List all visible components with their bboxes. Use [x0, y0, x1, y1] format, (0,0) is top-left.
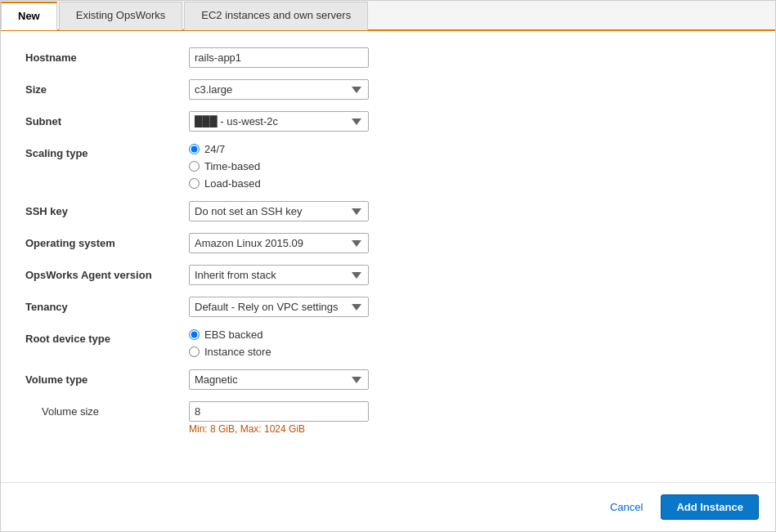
- scaling-loadbased-option[interactable]: Load-based: [189, 177, 751, 190]
- root-device-row: Root device type EBS backed Instance sto…: [25, 329, 751, 358]
- root-instance-radio[interactable]: [189, 346, 200, 357]
- tenancy-label: Tenancy: [25, 297, 189, 313]
- os-label: Operating system: [25, 233, 189, 249]
- size-row: Size c3.large: [25, 79, 751, 100]
- scaling-timebased-label: Time-based: [204, 160, 260, 172]
- ssh-key-label: SSH key: [25, 201, 189, 217]
- ssh-key-control: Do not set an SSH key: [189, 201, 751, 221]
- agent-row: OpsWorks Agent version Inherit from stac…: [25, 265, 751, 285]
- hostname-row: Hostname: [25, 47, 751, 68]
- os-select[interactable]: Amazon Linux 2015.09: [189, 233, 369, 253]
- volume-size-info: Min: 8 GiB, Max: 1024 GiB: [189, 423, 751, 435]
- cancel-button[interactable]: Cancel: [600, 496, 653, 518]
- tab-ec2-instances[interactable]: EC2 instances and own servers: [184, 2, 368, 30]
- dialog-container: New Existing OpsWorks EC2 instances and …: [0, 0, 776, 532]
- scaling-timebased-radio[interactable]: [189, 161, 200, 172]
- agent-label: OpsWorks Agent version: [25, 265, 189, 281]
- scaling-type-control: 24/7 Time-based Load-based: [189, 143, 751, 190]
- root-ebs-option[interactable]: EBS backed: [189, 329, 751, 341]
- os-control: Amazon Linux 2015.09: [189, 233, 751, 253]
- hostname-label: Hostname: [25, 47, 189, 64]
- scaling-type-label: Scaling type: [25, 143, 189, 159]
- volume-size-row: Volume size Min: 8 GiB, Max: 1024 GiB: [25, 401, 751, 435]
- scaling-247-option[interactable]: 24/7: [189, 143, 751, 155]
- volume-size-control: Min: 8 GiB, Max: 1024 GiB: [189, 401, 751, 435]
- agent-select[interactable]: Inherit from stack: [189, 265, 369, 285]
- size-control: c3.large: [189, 79, 751, 100]
- hostname-input[interactable]: [189, 47, 369, 68]
- size-label: Size: [25, 79, 189, 96]
- volume-type-control: Magnetic: [189, 369, 751, 390]
- form-content: Hostname Size c3.large Subnet ███ - us-w…: [1, 31, 775, 482]
- root-device-label: Root device type: [25, 329, 189, 345]
- ssh-key-select[interactable]: Do not set an SSH key: [189, 201, 369, 221]
- scaling-loadbased-label: Load-based: [204, 177, 261, 190]
- volume-size-label: Volume size: [25, 401, 189, 418]
- tab-new[interactable]: New: [1, 2, 57, 30]
- tenancy-select[interactable]: Default - Rely on VPC settings: [189, 297, 369, 317]
- volume-type-row: Volume type Magnetic: [25, 369, 751, 390]
- volume-type-select[interactable]: Magnetic: [189, 369, 369, 390]
- root-instance-label: Instance store: [204, 346, 271, 358]
- root-device-control: EBS backed Instance store: [189, 329, 751, 358]
- subnet-label: Subnet: [25, 111, 189, 127]
- tab-existing-opsworks[interactable]: Existing OpsWorks: [59, 2, 183, 30]
- root-ebs-radio[interactable]: [189, 329, 200, 340]
- ssh-key-row: SSH key Do not set an SSH key: [25, 201, 751, 221]
- tab-bar: New Existing OpsWorks EC2 instances and …: [1, 1, 775, 31]
- volume-size-input[interactable]: [189, 401, 369, 422]
- scaling-247-label: 24/7: [204, 143, 225, 155]
- scaling-loadbased-radio[interactable]: [189, 178, 200, 189]
- volume-type-label: Volume type: [25, 369, 189, 386]
- subnet-row: Subnet ███ - us-west-2c: [25, 111, 751, 132]
- tenancy-row: Tenancy Default - Rely on VPC settings: [25, 297, 751, 317]
- root-instance-option[interactable]: Instance store: [189, 346, 751, 358]
- subnet-control: ███ - us-west-2c: [189, 111, 751, 132]
- scaling-type-row: Scaling type 24/7 Time-based Load-based: [25, 143, 751, 190]
- hostname-control: [189, 47, 751, 68]
- dialog-footer: Cancel Add Instance: [1, 482, 775, 531]
- agent-control: Inherit from stack: [189, 265, 751, 285]
- tenancy-control: Default - Rely on VPC settings: [189, 297, 751, 317]
- subnet-select[interactable]: ███ - us-west-2c: [189, 111, 369, 132]
- scaling-247-radio[interactable]: [189, 144, 200, 154]
- size-select[interactable]: c3.large: [189, 79, 369, 100]
- os-row: Operating system Amazon Linux 2015.09: [25, 233, 751, 253]
- root-ebs-label: EBS backed: [204, 329, 263, 341]
- scaling-timebased-option[interactable]: Time-based: [189, 160, 751, 172]
- add-instance-button[interactable]: Add Instance: [661, 494, 759, 520]
